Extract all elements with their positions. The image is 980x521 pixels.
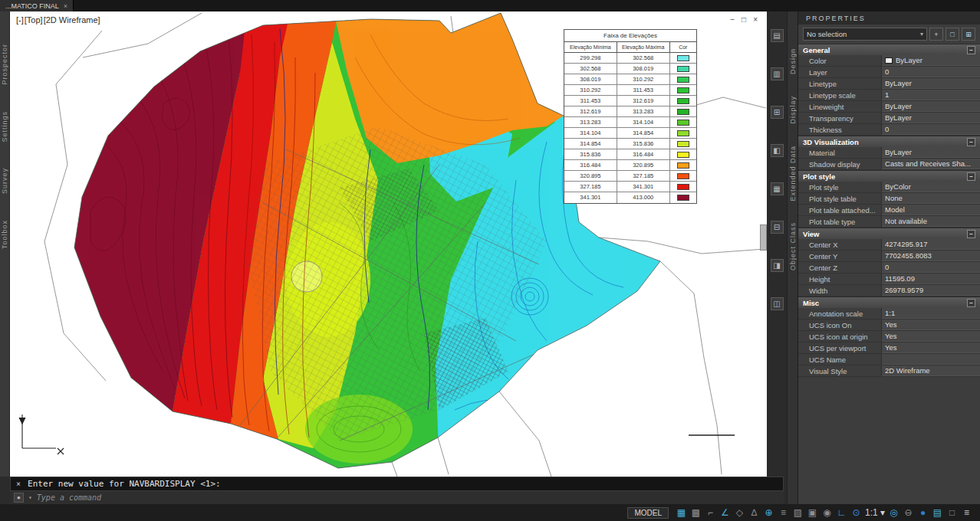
annotation-scale-button[interactable]: 1:1 ▾ [863, 505, 886, 520]
docked-palette-icon[interactable]: ◨ [771, 259, 784, 272]
close-command-icon[interactable]: × [16, 480, 21, 488]
annotation-visibility-icon[interactable]: ⊙ [849, 505, 863, 520]
property-value[interactable]: 0 [882, 124, 980, 135]
drawing-tab-close-icon[interactable]: × [64, 2, 67, 10]
property-value[interactable]: ByLayer [882, 147, 980, 158]
viewport-scrollbar-thumb[interactable] [760, 224, 767, 251]
toolspace-tab[interactable]: Toolbox [1, 220, 8, 249]
graphics-performance-icon[interactable]: ▤ [930, 505, 945, 520]
property-value[interactable]: Casts and Receives Sha... [882, 159, 980, 169]
section-header-3d-visualization[interactable]: 3D Visualization − [798, 136, 980, 147]
docked-palette-icon[interactable]: ◫ [771, 297, 784, 310]
property-row[interactable]: UCS icon On Yes [798, 319, 980, 331]
property-value[interactable]: None [882, 193, 980, 204]
object-snap-tracking-icon[interactable]: ∆ [747, 505, 761, 520]
property-row[interactable]: Color ByLayer [798, 55, 980, 67]
property-value[interactable]: 4274295.917 [882, 239, 980, 250]
property-value[interactable]: Not available [882, 216, 980, 227]
section-header-misc[interactable]: Misc − [798, 297, 980, 308]
property-row[interactable]: Plot style table None [798, 193, 980, 205]
property-row[interactable]: Plot table attached... Model [798, 205, 980, 216]
property-row[interactable]: Transparency ByLayer [798, 113, 980, 124]
property-row[interactable]: UCS per viewport Yes [798, 342, 980, 354]
section-header-plot-style[interactable]: Plot style − [798, 170, 980, 182]
property-value[interactable]: Yes [882, 331, 980, 342]
property-value[interactable]: 7702455.8083 [882, 251, 980, 261]
property-row[interactable]: Lineweight ByLayer [798, 101, 980, 113]
property-row[interactable]: Width 26978.9579 [798, 285, 980, 297]
visual-style-control[interactable]: [2D Wireframe] [44, 15, 100, 25]
collapse-icon[interactable]: − [967, 299, 975, 307]
drawing-viewport[interactable]: [-] [Top] [2D Wireframe] − □ × Faixa de … [10, 11, 767, 477]
palette-tab[interactable]: Extended Data [789, 146, 797, 202]
property-row[interactable]: Center Y 7702455.8083 [798, 251, 980, 262]
palette-tab[interactable]: Object Class [789, 222, 797, 270]
clean-screen-icon[interactable]: □ [945, 505, 959, 520]
transparency-display-icon[interactable]: ▨ [791, 505, 805, 520]
property-value[interactable]: Model [882, 205, 980, 215]
property-row[interactable]: Center Z 0 [798, 262, 980, 274]
minimize-window-icon[interactable]: − [730, 15, 735, 24]
property-value[interactable]: 2D Wireframe [882, 365, 980, 376]
property-value[interactable]: 26978.9579 [882, 285, 980, 296]
selection-dropdown[interactable]: No selection ▾ [803, 28, 927, 41]
view-control[interactable]: [Top] [25, 15, 43, 25]
quick-select-icon[interactable]: ⊞ [962, 28, 975, 41]
property-value[interactable]: 0 [882, 67, 980, 77]
property-row[interactable]: Plot style ByColor [798, 182, 980, 193]
property-value[interactable]: Yes [882, 319, 980, 330]
property-value[interactable]: ByLayer [882, 78, 980, 89]
property-row[interactable]: Linetype ByLayer [798, 78, 980, 90]
property-value[interactable]: 1 [882, 90, 980, 100]
dynamic-ucs-icon[interactable]: ∟ [834, 505, 849, 520]
customization-menu-icon[interactable]: ≡ [959, 505, 974, 520]
isometric-drafting-icon[interactable]: ◇ [732, 505, 747, 520]
section-header-general[interactable]: General − [798, 44, 980, 55]
property-row[interactable]: Center X 4274295.917 [798, 239, 980, 251]
close-window-icon[interactable]: × [753, 15, 758, 24]
grid-display-icon[interactable]: ▦ [674, 505, 689, 520]
collapse-icon[interactable]: − [967, 172, 975, 181]
model-space-button[interactable]: MODEL [627, 507, 669, 519]
property-row[interactable]: Thickness 0 [798, 124, 980, 136]
property-value[interactable]: Yes [882, 342, 980, 353]
property-value[interactable]: ByLayer [882, 55, 980, 66]
recent-commands-icon[interactable]: ▾ [28, 494, 32, 501]
palette-tab[interactable]: Display [789, 96, 797, 124]
property-row[interactable]: UCS Name [798, 354, 980, 365]
property-row[interactable]: Shadow display Casts and Receives Sha... [798, 159, 980, 170]
toolspace-tab[interactable]: Survey [1, 168, 8, 194]
docked-palette-icon[interactable]: ◧ [771, 144, 784, 157]
collapse-icon[interactable]: − [967, 138, 975, 146]
property-value[interactable] [882, 354, 980, 365]
property-row[interactable]: Linetype scale 1 [798, 90, 980, 101]
palette-tab[interactable]: Design [789, 48, 797, 74]
property-value[interactable]: 0 [882, 262, 980, 273]
command-prompt-bar[interactable]: × Enter new value for NAVBARDISPLAY <1>: [10, 477, 784, 491]
property-value[interactable]: 1:1 [882, 308, 980, 319]
collapse-icon[interactable]: − [967, 230, 975, 238]
select-objects-icon[interactable]: □ [945, 28, 959, 41]
docked-palette-icon[interactable]: ▤ [771, 29, 784, 42]
docked-palette-icon[interactable]: ▥ [771, 67, 784, 80]
property-row[interactable]: Material ByLayer [798, 147, 980, 159]
polar-tracking-icon[interactable]: ∠ [718, 505, 732, 520]
selection-cycling-icon[interactable]: ▣ [805, 505, 820, 520]
object-snap-icon[interactable]: ⊕ [761, 505, 776, 520]
ortho-mode-icon[interactable]: ⌐ [703, 505, 718, 520]
viewport-menu-control[interactable]: [-] [16, 15, 24, 25]
property-row[interactable]: UCS icon at origin Yes [798, 331, 980, 342]
annotation-monitor-icon[interactable]: ⊖ [901, 505, 916, 520]
command-input-bar[interactable]: ▪ ▾ Type a command [10, 491, 784, 504]
3d-object-snap-icon[interactable]: ◉ [820, 505, 834, 520]
property-value[interactable]: ByLayer [882, 101, 980, 112]
docked-palette-icon[interactable]: ▦ [771, 182, 784, 195]
toolspace-tab[interactable]: Settings [1, 111, 8, 143]
drawing-tab[interactable]: ...MATICO FINAL × [0, 0, 74, 11]
section-header-view[interactable]: View − [798, 228, 980, 239]
docked-palette-icon[interactable]: ⊟ [771, 221, 784, 234]
property-row[interactable]: Annotation scale 1:1 [798, 308, 980, 319]
snap-mode-icon[interactable]: ▩ [689, 505, 703, 520]
workspace-switching-icon[interactable]: ◎ [886, 505, 901, 520]
property-row[interactable]: Layer 0 [798, 67, 980, 78]
